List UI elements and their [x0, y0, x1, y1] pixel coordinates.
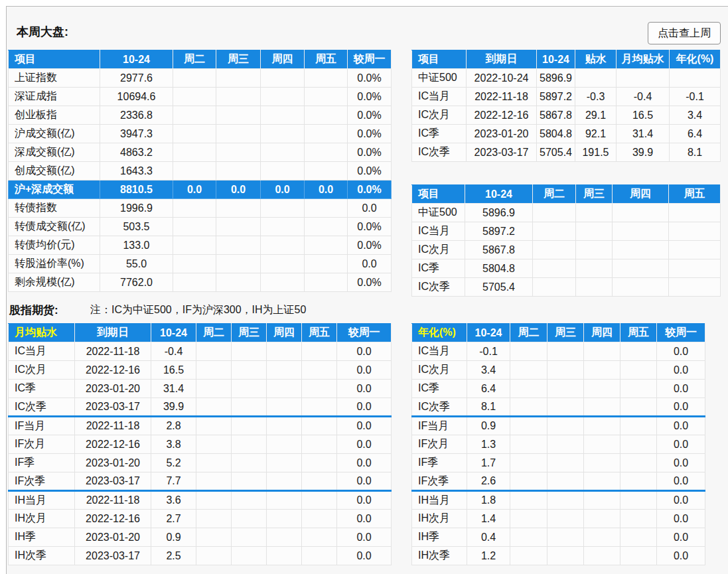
cell-value: 2977.6 [100, 69, 173, 88]
cell-value: 0.0 [337, 342, 392, 361]
table-row: 转债成交额(亿)503.50.0% [9, 218, 392, 236]
cell-value [232, 342, 267, 361]
row-label: IC次季 [412, 143, 467, 162]
cell-value [584, 454, 620, 472]
cell-value: 2023-03-17 [75, 547, 151, 565]
cell-value [547, 417, 584, 435]
cell-value: 16.5 [617, 106, 670, 125]
cell-value [302, 510, 337, 528]
table-row: 转股溢价率(%)55.00.0 [9, 255, 392, 273]
cell-value [510, 472, 547, 491]
cell-value: 0.0% [348, 180, 392, 199]
cell-value [302, 417, 337, 435]
column-header: 月均贴水 [9, 324, 75, 342]
cell-value: 2023-01-20 [75, 454, 151, 472]
cell-value [216, 273, 261, 292]
cell-value [267, 342, 302, 361]
table-row: 中证5002022-10-245896.9 [412, 69, 721, 88]
view-last-week-button[interactable]: 点击查上周 [648, 22, 721, 44]
table-row: IC次季8.10.0 [412, 398, 705, 417]
cell-value [302, 361, 337, 380]
cell-value [584, 435, 620, 454]
table-row: IC次月3.40.0 [412, 361, 705, 380]
table-row: IF季2023-01-205.20.0 [9, 454, 392, 472]
cell-value [547, 454, 584, 472]
cell-value [620, 510, 657, 528]
cell-value [584, 361, 620, 380]
cell-value [584, 398, 620, 417]
row-label: IC季 [9, 380, 75, 398]
table-row: IH次季1.20.0 [412, 547, 705, 565]
cell-value: 2.5 [151, 547, 196, 565]
cell-value [302, 472, 337, 491]
cell-value [261, 236, 305, 255]
cell-value [232, 547, 267, 565]
table-row: IH次月1.40.0 [412, 510, 705, 528]
row-label: IF次月 [412, 435, 467, 454]
cell-value [267, 435, 302, 454]
column-header: 周五 [620, 324, 657, 342]
table-row: IC季2023-01-205804.892.131.46.4 [412, 125, 721, 143]
table-header-row: 项目到期日10-24贴水月均贴水年化(%) [412, 50, 721, 69]
row-label: IC次季 [412, 398, 467, 417]
cell-value [173, 106, 216, 125]
cell-value [305, 106, 348, 125]
cell-value [267, 398, 302, 417]
cell-value: 2.8 [151, 417, 196, 435]
cell-value: 2023-03-17 [75, 472, 151, 491]
cell-value: 0.0 [657, 417, 705, 435]
cell-value [302, 435, 337, 454]
cell-value: 2022-12-16 [467, 106, 537, 125]
cell-value [216, 125, 261, 143]
column-header: 周四 [613, 185, 669, 204]
row-label: IC次月 [412, 241, 465, 259]
row-label: IC次月 [412, 361, 467, 380]
cell-value [267, 417, 302, 435]
cell-value [261, 125, 305, 143]
cell-value: 5705.4 [537, 143, 575, 162]
row-label: IC季 [412, 259, 465, 278]
cell-value: 2022-11-18 [75, 342, 151, 361]
cell-value: 1996.9 [100, 199, 173, 218]
cell-value [196, 510, 232, 528]
cell-value: 5867.8 [465, 241, 533, 259]
cell-value: 0.0 [337, 528, 392, 547]
cell-value [261, 255, 305, 273]
cell-value [620, 472, 657, 491]
cell-value [670, 69, 721, 88]
cell-value [216, 162, 261, 180]
cell-value [216, 88, 261, 106]
cell-value [617, 69, 670, 88]
row-label: 创成交额(亿) [9, 162, 100, 180]
table-row: IC次月5867.8 [412, 241, 721, 259]
cell-value: 0.0 [657, 547, 705, 565]
row-label: IF次季 [9, 472, 75, 491]
column-header: 周三 [216, 50, 261, 69]
cell-value: 10694.6 [100, 88, 173, 106]
cell-value [576, 241, 613, 259]
row-label: IH次季 [9, 547, 75, 565]
column-header: 周五 [305, 50, 348, 69]
cell-value [620, 398, 657, 417]
row-label: IH当月 [412, 491, 467, 510]
row-label: IC当月 [412, 222, 465, 241]
cell-value [305, 69, 348, 88]
cell-value: 2022-12-16 [75, 435, 151, 454]
cell-value [533, 278, 576, 297]
cell-value: 0.0 [657, 342, 705, 361]
table-row: IC当月2022-11-185897.2-0.3-0.4-0.1 [412, 88, 721, 106]
column-header: 月均贴水 [617, 50, 670, 69]
cell-value: 2022-11-18 [467, 88, 537, 106]
cell-value [173, 218, 216, 236]
cell-value [613, 259, 669, 278]
cell-value: 0.0 [657, 398, 705, 417]
cell-value: 133.0 [100, 236, 173, 255]
table-row: 深证成指10694.60.0% [9, 88, 392, 106]
cell-value [232, 472, 267, 491]
column-header: 10-24 [100, 50, 173, 69]
cell-value: 5804.8 [537, 125, 575, 143]
cell-value: 0.0% [348, 162, 392, 180]
cell-value [510, 380, 547, 398]
column-header: 周五 [302, 324, 337, 342]
cell-value [302, 454, 337, 472]
